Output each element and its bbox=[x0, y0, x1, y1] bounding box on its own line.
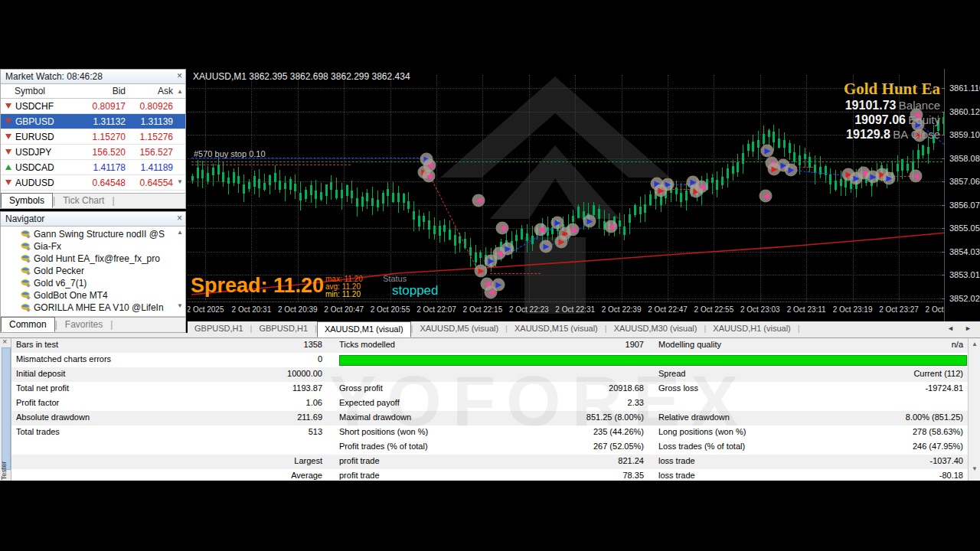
scroll-up-icon[interactable]: ▲ bbox=[177, 88, 183, 95]
tester-value: 513 bbox=[88, 427, 322, 436]
tester-value: 1358 bbox=[88, 340, 322, 349]
chart-tab[interactable]: XAUUSD,M5 (visual) bbox=[413, 321, 505, 337]
chart-tab[interactable]: GBPUSD,H1 bbox=[252, 321, 315, 337]
navigator-item[interactable]: Gia-Fx bbox=[1, 240, 185, 253]
account-value: 19097.06 bbox=[854, 113, 906, 126]
chart-tab[interactable]: XAUUSD,M15 (visual) bbox=[508, 321, 605, 337]
price-tick-label: 3852.020 bbox=[949, 294, 980, 303]
market-watch-row[interactable]: USDJPY156.520156.527 bbox=[1, 145, 185, 160]
tester-row[interactable]: Largestprofit trade821.24loss trade-1037… bbox=[11, 455, 969, 470]
market-watch-row[interactable]: EURUSD1.152701.15276 bbox=[1, 129, 185, 145]
close-arrow-icon bbox=[695, 181, 708, 194]
navigator-item[interactable]: Gold v6_7(1) bbox=[1, 277, 185, 289]
time-tick-label: 2 Oct 22:23 bbox=[509, 305, 549, 314]
arrow-down-icon bbox=[5, 149, 11, 155]
column-bid[interactable]: Bid bbox=[78, 84, 126, 98]
tester-label: profit trade bbox=[339, 456, 380, 465]
tab-separator: | bbox=[798, 321, 800, 337]
scroll-up-icon[interactable]: ▲ bbox=[177, 229, 183, 236]
navigator-item[interactable]: Gold Pecker bbox=[1, 265, 185, 277]
scroll-down-icon[interactable]: ▼ bbox=[177, 302, 183, 309]
time-tick-label: 2 Oct 22:31 bbox=[555, 305, 595, 314]
price-tick-label: 3857.060 bbox=[949, 177, 980, 186]
tester-label: loss trade bbox=[658, 471, 695, 480]
tester-scrollbar[interactable]: ▲ ▼ bbox=[968, 338, 980, 481]
market-watch-rows: USDCHF0.809170.80926GBPUSD1.311321.31139… bbox=[1, 99, 185, 194]
tab-separator: | bbox=[110, 318, 113, 332]
account-label: Balance bbox=[899, 99, 940, 112]
tester-row[interactable]: Profit trades (% of total)267 (52.05%)Lo… bbox=[11, 440, 969, 455]
mt4-window: Market Watch: 08:46:28 × Symbol Bid Ask … bbox=[0, 0, 980, 551]
tab-symbols[interactable]: Symbols bbox=[1, 193, 53, 208]
market-watch-tabs: Symbols|Tick Chart| bbox=[1, 193, 185, 208]
account-label: BA Close bbox=[893, 128, 940, 141]
ask-value: 1.15276 bbox=[126, 132, 185, 142]
navigator-items: Gann Swing Structure nodII @SGia-FxGold … bbox=[1, 227, 185, 317]
bottom-black-band bbox=[0, 481, 980, 551]
chart-tab[interactable]: XAUUSD,H1 (visual) bbox=[706, 321, 797, 337]
tester-value: -19724.81 bbox=[731, 383, 963, 393]
price-tick-label: 3855.050 bbox=[949, 223, 980, 233]
arrow-down-icon bbox=[5, 119, 11, 124]
expert-advisor-icon bbox=[21, 279, 31, 288]
chart-tab[interactable]: XAUUSD,M1 (visual) bbox=[317, 321, 411, 337]
tab-favorites[interactable]: Favorites bbox=[57, 318, 110, 332]
scroll-down-icon[interactable]: ▼ bbox=[972, 465, 978, 472]
market-watch-row[interactable]: USDCAD1.411781.41189 bbox=[1, 160, 185, 175]
price-tick-label: 3856.070 bbox=[949, 201, 980, 210]
navigator-panel: Navigator × Gann Swing Structure nodII @… bbox=[0, 211, 186, 333]
tester-row[interactable]: Bars in test1358Ticks modelled1907Modell… bbox=[11, 338, 969, 354]
tester-label: Total trades bbox=[16, 427, 60, 436]
close-arrow-icon bbox=[485, 286, 498, 299]
navigator-titlebar[interactable]: Navigator × bbox=[1, 212, 185, 227]
navigator-tabs: Common|Favorites| bbox=[1, 317, 185, 332]
column-symbol[interactable]: Symbol bbox=[1, 84, 78, 98]
time-tick-label: 2 Oct 22:55 bbox=[694, 305, 734, 314]
navigator-item[interactable]: GoldBot One MT4 bbox=[1, 289, 185, 302]
chart-tab[interactable]: GBPUSD,H1 bbox=[188, 321, 250, 337]
market-watch-row[interactable]: GBPUSD1.311321.31139 bbox=[1, 114, 185, 129]
navigator-item-label: Gold Pecker bbox=[34, 266, 84, 276]
buy-arrow-icon bbox=[501, 243, 514, 256]
symbol-label: EURUSD bbox=[15, 132, 78, 142]
tab-tick-chart[interactable]: Tick Chart bbox=[55, 194, 112, 208]
market-watch-panel: Market Watch: 08:46:28 × Symbol Bid Ask … bbox=[0, 69, 186, 209]
scroll-up-icon[interactable]: ▲ bbox=[972, 341, 978, 347]
market-watch-titlebar[interactable]: Market Watch: 08:46:28 × bbox=[1, 70, 185, 84]
navigator-item[interactable]: Gann Swing Structure nodII @S bbox=[1, 228, 185, 240]
navigator-item[interactable]: Gold Hunt EA_fix@free_fx_pro bbox=[1, 253, 185, 265]
market-watch-row[interactable]: USDCHF0.809170.80926 bbox=[1, 99, 185, 114]
tester-label: profit trade bbox=[339, 471, 380, 480]
navigator-item-label: Gia-Fx bbox=[34, 241, 61, 252]
tester-value: 1.06 bbox=[88, 398, 322, 407]
tester-row[interactable]: Averageprofit trade78.35loss trade-80.18 bbox=[11, 469, 969, 481]
time-tick-label: 2 Oct 20:55 bbox=[371, 305, 410, 314]
tab-common[interactable]: Common bbox=[1, 317, 55, 332]
tester-scroll-strip[interactable] bbox=[2, 347, 11, 470]
market-watch-row[interactable]: AUDUSD0.645480.64554 bbox=[1, 175, 185, 191]
trade-connector-line bbox=[191, 161, 946, 162]
navigator-item[interactable]: GORILLA MHE EA V10 @LifeIn bbox=[1, 302, 185, 314]
bid-value: 1.15270 bbox=[78, 132, 126, 142]
close-arrow-icon bbox=[567, 223, 580, 236]
tabbar-scroll-right-icon[interactable]: ► bbox=[965, 324, 972, 332]
close-icon[interactable]: × bbox=[177, 70, 182, 81]
trade-connector-line bbox=[490, 273, 541, 274]
spread-label: Spread: 11.20 bbox=[191, 274, 324, 298]
time-tick-label: 2 Oct 22:39 bbox=[602, 305, 642, 314]
time-tick-label: 2 Oct 22:15 bbox=[463, 305, 503, 314]
trade-connector-line bbox=[191, 165, 351, 165]
tabbar-scroll-left-icon[interactable]: ◄ bbox=[947, 324, 954, 332]
tester-label: Ticks modelled bbox=[339, 340, 395, 349]
close-icon[interactable]: × bbox=[2, 337, 7, 346]
arrow-down-icon bbox=[5, 134, 11, 139]
navigator-item-label: GORILLA MHE EA V10 @LifeIn bbox=[34, 302, 164, 313]
scroll-down-icon[interactable]: ▼ bbox=[177, 178, 183, 185]
price-tick-label: 3861.110 bbox=[949, 83, 980, 93]
chart-area[interactable]: XAUUSD,M1 3862.395 3862.698 3862.299 386… bbox=[188, 69, 980, 321]
close-icon[interactable]: × bbox=[177, 213, 182, 223]
close-arrow-icon bbox=[496, 222, 509, 235]
tester-value: 1907 bbox=[410, 340, 644, 349]
chart-tab[interactable]: XAUUSD,M30 (visual) bbox=[607, 321, 704, 337]
tester-value: 267 (52.05%) bbox=[410, 442, 644, 451]
